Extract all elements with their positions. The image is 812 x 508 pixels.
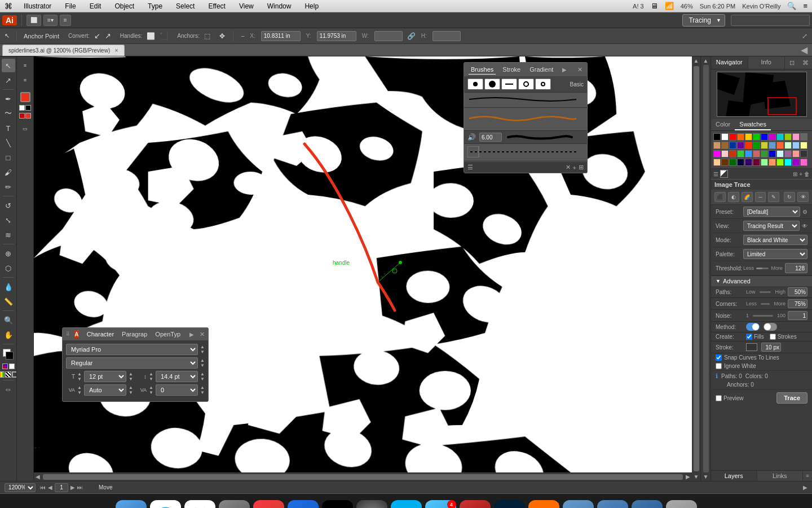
menu-list-icon[interactable]: ≡ (803, 2, 807, 10)
artboard-tool[interactable]: ▭ (2, 383, 15, 396)
screen-mode-btn[interactable]: ▭ (19, 122, 32, 135)
right-panel-scroll[interactable] (703, 65, 709, 472)
anchor-btn[interactable]: ⬚ (204, 32, 210, 40)
pencil-tool[interactable]: ✏ (2, 180, 15, 194)
tab-swatches[interactable]: Swatches (735, 119, 771, 130)
brush-swatch-dot2[interactable] (484, 78, 500, 90)
swatch-lightgreen[interactable] (784, 142, 792, 149)
volume-icon[interactable]: 🔊 (467, 133, 476, 141)
swatch-lime[interactable] (784, 133, 792, 141)
swatch-forestgreen[interactable] (761, 150, 768, 157)
x-coord-input[interactable] (261, 31, 301, 41)
menu-edit[interactable]: Edit (87, 2, 104, 10)
ai-logo[interactable]: Ai (2, 15, 17, 25)
dock-trash[interactable]: 🗑 (666, 500, 697, 508)
menu-select[interactable]: Select (174, 2, 197, 10)
preset-select[interactable]: [Default] (743, 207, 800, 217)
menu-type[interactable]: Type (145, 2, 165, 10)
dock-chrome[interactable]: 🌐 (150, 500, 181, 508)
menu-help[interactable]: Help (302, 2, 321, 10)
canvas-area[interactable]: ▲ ▼ handle Brushes Stroke Gradient ▶ ✕ (34, 56, 700, 481)
preview-check[interactable]: Preview (716, 395, 744, 401)
trace-icon-gray[interactable]: ◐ (728, 192, 739, 202)
convert-btn2[interactable]: ↗ (105, 32, 111, 40)
brush-swatch-circle1[interactable] (518, 78, 534, 90)
paths-slider[interactable] (760, 291, 771, 293)
menu-illustrator[interactable]: Illustrator (21, 2, 54, 10)
link-icon[interactable]: 🔗 (407, 32, 416, 40)
dock-photoshop[interactable]: Ps (494, 500, 525, 508)
rotate-tool[interactable]: ↺ (2, 199, 15, 212)
paintbrush-tool[interactable]: 🖌 (2, 165, 15, 179)
swatch-dustyrose[interactable] (753, 150, 760, 157)
swatch-blue[interactable] (761, 133, 768, 141)
size2-spinner[interactable]: ▲▼ (129, 371, 133, 382)
brush-swatch-dot1[interactable] (467, 78, 483, 90)
swatch-steelblue[interactable] (769, 142, 776, 149)
swatch-peach2[interactable] (769, 159, 776, 166)
trace-button[interactable]: Trace (776, 392, 807, 404)
ignore-white-checkbox[interactable] (716, 363, 722, 369)
font-family-select[interactable]: Myriad Pro (66, 344, 198, 355)
swatch-purple[interactable] (769, 133, 776, 141)
swatch-maroon[interactable] (753, 159, 760, 166)
preview-checkbox[interactable] (716, 395, 722, 401)
swatch-darkred[interactable] (729, 150, 736, 157)
tab-layers[interactable]: Layers (711, 471, 757, 481)
tab-color[interactable]: Color (711, 119, 735, 130)
swatch-lightsalmon[interactable] (792, 150, 800, 157)
paths-input[interactable] (788, 287, 807, 296)
nav-panel-close-icon[interactable]: ⊡ (785, 56, 798, 69)
trace-icon-refresh[interactable]: ↻ (784, 192, 795, 202)
swatch-peach[interactable] (713, 159, 721, 166)
char-panel-header[interactable]: ⠿ A Character Paragrap OpenTyp ▶ ✕ (63, 328, 208, 340)
type-tool[interactable]: T (2, 121, 15, 135)
char-panel-arrow-icon[interactable]: ▶ (189, 331, 194, 338)
swatch-gray[interactable] (800, 133, 807, 141)
swatch-darkestgreen[interactable] (729, 159, 736, 166)
dock-spotify[interactable]: ♫ (322, 500, 353, 508)
w-input[interactable] (374, 31, 403, 41)
swatch-cyan[interactable] (776, 133, 784, 141)
palette-select[interactable]: Limited (743, 249, 807, 259)
scroll-down-btn[interactable]: ▼ (692, 472, 700, 481)
char-close-btn[interactable]: ✕ (200, 331, 205, 338)
tracking2-spinner[interactable]: ▲▼ (200, 385, 205, 395)
swatch-lightblue[interactable] (792, 142, 800, 149)
dock-folder1[interactable]: 📁 (563, 500, 594, 508)
size-spinner[interactable]: ▲▼ (77, 371, 82, 382)
layers-settings-icon[interactable]: ≡ (803, 471, 812, 481)
status-right-icon[interactable]: ▶ (803, 484, 807, 491)
curvature-tool[interactable]: 〜 (2, 107, 15, 120)
brush-swatch-circle2[interactable] (535, 78, 551, 90)
swatch-mauve[interactable] (784, 150, 792, 157)
dock-sbp[interactable]: S (460, 500, 491, 508)
snap-curves-checkbox[interactable] (716, 354, 722, 361)
swatch-orange[interactable] (737, 133, 744, 141)
kerning-spinner[interactable]: ▲▼ (77, 385, 82, 395)
swatch-red2[interactable] (745, 142, 752, 149)
strokes-check[interactable]: Strokes (770, 334, 797, 340)
navigator-preview[interactable] (717, 72, 807, 117)
dock-rocket[interactable]: 🚀 (219, 500, 250, 508)
scrollbar-thumb-h[interactable] (43, 474, 683, 480)
red-swatch[interactable] (19, 113, 25, 119)
black-swatch[interactable] (25, 105, 31, 111)
none-btn[interactable] (12, 371, 17, 378)
view-select[interactable]: Tracing Result (743, 221, 800, 231)
mode-select[interactable]: Black and White (743, 235, 807, 245)
brush-delete-icon[interactable]: ✕ (566, 164, 571, 171)
tracking-spinner[interactable]: ▲▼ (149, 385, 153, 395)
noise-slider[interactable] (753, 315, 773, 317)
swatch-darkblue[interactable] (769, 150, 776, 157)
swatch-group-icon[interactable]: ⊞ (793, 171, 797, 177)
warp-tool[interactable]: ≋ (2, 228, 15, 242)
zoom-tool[interactable]: 🔍 (2, 313, 15, 327)
first-page-btn[interactable]: ⏮ (40, 484, 46, 491)
kerning-select[interactable]: Auto (84, 384, 126, 396)
right-panel-down[interactable]: ▼ (703, 474, 709, 480)
dock-messages[interactable]: 💬 4 (425, 500, 456, 508)
page-input[interactable] (55, 483, 68, 492)
direct-select-tool[interactable]: ↗ (2, 73, 15, 87)
brush-value-input[interactable] (479, 133, 502, 142)
